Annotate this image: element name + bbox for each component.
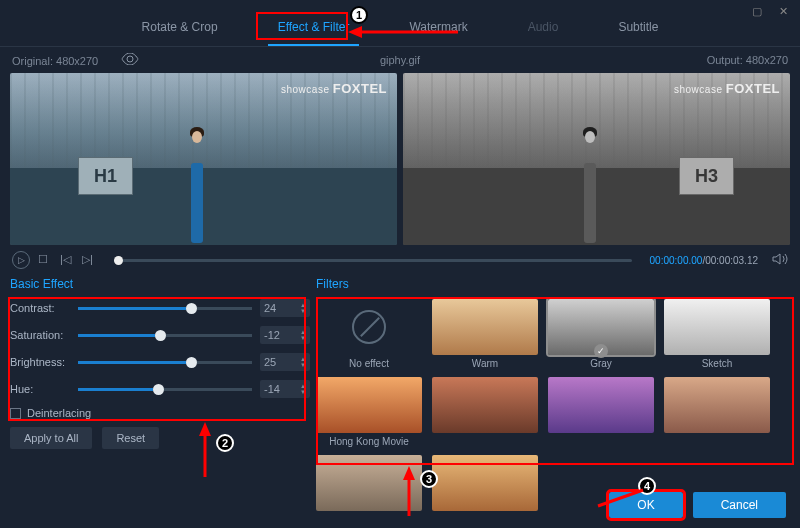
board-label: H1: [94, 166, 117, 187]
contrast-slider[interactable]: [78, 307, 252, 310]
reset-button[interactable]: Reset: [102, 427, 159, 449]
play-button[interactable]: ▷: [12, 251, 30, 269]
contrast-spinner[interactable]: 24▲▼: [260, 299, 310, 317]
brightness-slider[interactable]: [78, 361, 252, 364]
stop-button[interactable]: ☐: [38, 253, 52, 267]
brightness-spinner[interactable]: 25▲▼: [260, 353, 310, 371]
logo-small: showcase: [674, 84, 722, 95]
filter-extra-1[interactable]: [432, 377, 538, 433]
contrast-label: Contrast:: [10, 302, 78, 314]
filename-label: giphy.gif: [380, 54, 420, 66]
tab-subtitle[interactable]: Subtitle: [608, 12, 668, 46]
tab-audio: Audio: [518, 12, 569, 46]
hue-label: Hue:: [10, 383, 78, 395]
check-icon: ✓: [594, 344, 608, 358]
filter-gray[interactable]: ✓: [548, 299, 654, 355]
basic-effect-title: Basic Effect: [10, 277, 310, 291]
editor-tabs: Rotate & Crop Effect & Filter Watermark …: [0, 0, 800, 47]
board-label: H3: [695, 166, 718, 187]
saturation-slider[interactable]: [78, 334, 252, 337]
filter-none[interactable]: [316, 299, 422, 355]
ok-button[interactable]: OK: [609, 492, 682, 518]
filter-sketch-label: Sketch: [664, 358, 770, 369]
logo-main: FOXTEL: [333, 81, 387, 96]
filter-warm-label: Warm: [432, 358, 538, 369]
filter-hongkong[interactable]: [316, 377, 422, 433]
info-bar: Original: 480x270 giphy.gif Output: 480x…: [0, 47, 800, 73]
filter-gray-label: Gray: [548, 358, 654, 369]
volume-icon[interactable]: [772, 252, 788, 268]
cancel-button[interactable]: Cancel: [693, 492, 786, 518]
filter-hongkong-label: Hong Kong Movie: [316, 436, 422, 447]
tab-rotate-crop[interactable]: Rotate & Crop: [132, 12, 228, 46]
deinterlacing-checkbox[interactable]: Deinterlacing: [10, 407, 310, 419]
timecode: 00:00:00.00/00:00:03.12: [650, 255, 758, 266]
filter-extra-3[interactable]: [664, 377, 770, 433]
output-size-label: Output: 480x270: [707, 54, 788, 66]
playbar: ▷ ☐ |◁ ▷| 00:00:00.00/00:00:03.12: [0, 245, 800, 273]
apply-to-all-button[interactable]: Apply to All: [10, 427, 92, 449]
logo-main: FOXTEL: [726, 81, 780, 96]
filter-warm[interactable]: [432, 299, 538, 355]
preview-output: H3 showcase FOXTEL: [403, 73, 790, 245]
filters-title: Filters: [316, 277, 790, 291]
maximize-button[interactable]: ▢: [750, 4, 764, 18]
filter-extra-2[interactable]: [548, 377, 654, 433]
timeline-slider[interactable]: [114, 259, 632, 262]
saturation-label: Saturation:: [10, 329, 78, 341]
tab-watermark[interactable]: Watermark: [399, 12, 477, 46]
filter-extra-5[interactable]: [432, 455, 538, 511]
prev-frame-button[interactable]: |◁: [60, 253, 74, 267]
preview-toggle-icon[interactable]: [121, 55, 139, 67]
original-size-label: Original: 480x270: [12, 55, 98, 67]
close-button[interactable]: ✕: [776, 4, 790, 18]
filter-sketch[interactable]: [664, 299, 770, 355]
preview-original: H1 showcase FOXTEL: [10, 73, 397, 245]
next-frame-button[interactable]: ▷|: [82, 253, 96, 267]
no-effect-icon: [352, 310, 386, 344]
logo-small: showcase: [281, 84, 329, 95]
filter-extra-4[interactable]: [316, 455, 422, 511]
tab-effect-filter[interactable]: Effect & Filter: [268, 12, 360, 46]
hue-slider[interactable]: [78, 388, 252, 391]
hue-spinner[interactable]: -14▲▼: [260, 380, 310, 398]
filter-none-label: No effect: [316, 358, 422, 369]
filters-panel: Filters No effect Warm ✓ Gray Sketch: [316, 277, 790, 511]
saturation-spinner[interactable]: -12▲▼: [260, 326, 310, 344]
brightness-label: Brightness:: [10, 356, 78, 368]
basic-effect-panel: Basic Effect Contrast: 24▲▼ Saturation: …: [10, 277, 310, 511]
